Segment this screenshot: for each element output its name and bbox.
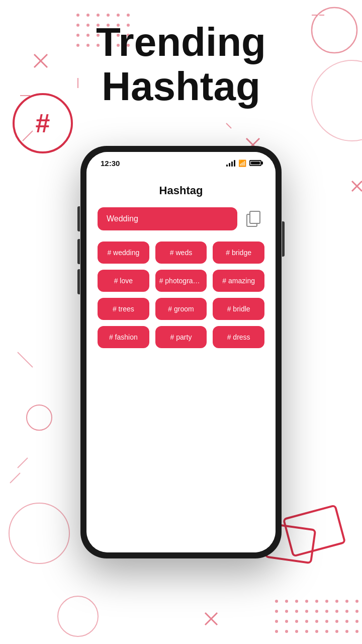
search-display: Wedding <box>98 207 237 230</box>
svg-point-68 <box>345 620 348 623</box>
svg-point-53 <box>285 610 288 613</box>
svg-point-1 <box>86 14 89 17</box>
svg-point-64 <box>305 620 308 623</box>
svg-point-46 <box>305 600 308 603</box>
svg-point-73 <box>305 630 308 633</box>
battery-icon <box>249 160 261 166</box>
hashtag-button[interactable]: # amazing <box>213 270 264 292</box>
hashtag-button[interactable]: # bridge <box>213 242 264 264</box>
svg-point-48 <box>325 600 328 603</box>
svg-point-40 <box>27 405 52 430</box>
hashtag-button[interactable]: # groom <box>155 298 207 320</box>
svg-point-63 <box>295 620 298 623</box>
svg-line-39 <box>226 123 231 128</box>
svg-point-78 <box>355 630 358 633</box>
svg-point-60 <box>355 610 358 613</box>
svg-point-72 <box>295 630 298 633</box>
hashtag-button[interactable]: # bridle <box>213 298 264 320</box>
hashtag-button[interactable]: # trees <box>98 298 149 320</box>
svg-line-81 <box>10 473 20 483</box>
svg-point-76 <box>335 630 338 633</box>
svg-point-4 <box>117 14 120 17</box>
svg-point-61 <box>275 620 278 623</box>
svg-point-5 <box>127 14 130 17</box>
svg-line-80 <box>18 458 28 468</box>
svg-point-52 <box>275 610 278 613</box>
copy-icon <box>246 211 260 227</box>
hashtag-button[interactable]: # photography <box>155 270 207 292</box>
hashtag-button[interactable]: # fashion <box>98 326 149 348</box>
svg-point-66 <box>325 620 328 623</box>
svg-line-79 <box>18 352 33 367</box>
screen-title: Hashtag <box>98 184 264 197</box>
svg-point-54 <box>295 610 298 613</box>
svg-point-74 <box>315 630 318 633</box>
svg-point-75 <box>325 630 328 633</box>
svg-line-32 <box>205 613 217 625</box>
svg-point-51 <box>355 600 358 603</box>
svg-point-77 <box>345 630 348 633</box>
svg-point-41 <box>9 503 69 564</box>
svg-point-44 <box>285 600 288 603</box>
screen-content: Hashtag Wedding # wedding# weds# bridge#… <box>86 174 276 552</box>
hashtag-button[interactable]: # party <box>155 326 207 348</box>
status-time: 12:30 <box>101 159 120 168</box>
status-icons: 📶 <box>226 159 261 167</box>
search-row: Wedding <box>98 207 264 230</box>
svg-point-62 <box>285 620 288 623</box>
svg-point-43 <box>275 600 278 603</box>
svg-point-58 <box>335 610 338 613</box>
hashtag-button[interactable]: # wedding <box>98 242 149 264</box>
svg-point-57 <box>325 610 328 613</box>
hashtag-button[interactable]: # love <box>98 270 149 292</box>
hashtag-grid: # wedding# weds# bridge# love# photograp… <box>98 242 264 348</box>
svg-point-2 <box>97 14 100 17</box>
copy-button[interactable] <box>242 208 264 230</box>
wifi-icon: 📶 <box>238 159 246 167</box>
svg-point-69 <box>355 620 358 623</box>
svg-point-0 <box>76 14 79 17</box>
svg-point-59 <box>345 610 348 613</box>
svg-point-50 <box>345 600 348 603</box>
hashtag-circle-icon: # <box>13 93 73 153</box>
svg-point-70 <box>275 630 278 633</box>
phone-frame: 12:30 📶 Hashtag Wedding <box>80 146 282 558</box>
hashtag-symbol: # <box>36 110 50 136</box>
svg-point-56 <box>315 610 318 613</box>
phone-screen: 12:30 📶 Hashtag Wedding <box>86 152 276 552</box>
status-bar: 12:30 📶 <box>86 152 276 174</box>
svg-point-42 <box>58 596 98 636</box>
svg-point-47 <box>315 600 318 603</box>
svg-point-71 <box>285 630 288 633</box>
svg-point-55 <box>305 610 308 613</box>
svg-point-65 <box>315 620 318 623</box>
svg-point-49 <box>335 600 338 603</box>
svg-line-31 <box>352 181 362 191</box>
phone-mockup: 12:30 📶 Hashtag Wedding <box>80 146 282 558</box>
svg-line-33 <box>205 613 217 625</box>
svg-point-45 <box>295 600 298 603</box>
svg-point-67 <box>335 620 338 623</box>
svg-line-30 <box>352 181 362 191</box>
svg-point-3 <box>107 14 110 17</box>
hashtag-button[interactable]: # dress <box>213 326 264 348</box>
hashtag-button[interactable]: # weds <box>155 242 207 264</box>
signal-icon <box>226 159 235 167</box>
